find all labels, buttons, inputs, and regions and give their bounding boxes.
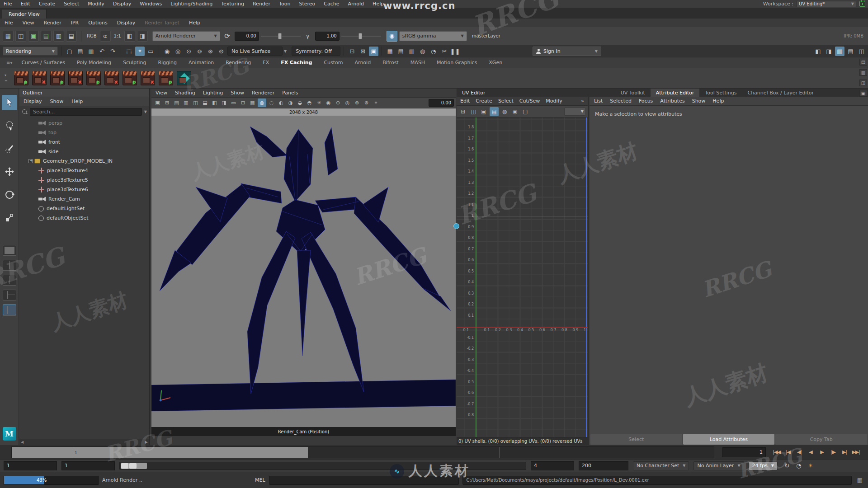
- attach-cache-icon[interactable]: p+: [159, 71, 173, 85]
- uv-snapshot-icon[interactable]: ▢: [521, 107, 530, 116]
- channel-box-toggle-icon[interactable]: ◫: [857, 47, 866, 56]
- uv-distortion-icon[interactable]: ◍: [500, 107, 509, 116]
- outliner-item[interactable]: place3dTexture5: [19, 175, 149, 185]
- shelf-tab[interactable]: Sculpting: [123, 60, 146, 66]
- menu-item[interactable]: Render: [44, 20, 61, 26]
- render-layer-label[interactable]: masterLayer: [471, 33, 502, 38]
- auto-key-icon[interactable]: ✶: [806, 461, 816, 471]
- shelf-tab[interactable]: Rendering: [226, 60, 251, 66]
- gate-mask-icon[interactable]: ◫: [191, 99, 200, 107]
- character-set-dropdown[interactable]: No Character Set▼: [633, 461, 689, 470]
- menu-item[interactable]: Panels: [282, 90, 298, 96]
- gamma-slider[interactable]: [341, 32, 381, 41]
- detach-cache-icon[interactable]: x✕: [141, 71, 155, 85]
- outliner-item[interactable]: Render_Cam: [19, 194, 149, 204]
- grid-icon[interactable]: ⊞: [163, 99, 171, 107]
- step-back-frame-button[interactable]: |◀: [783, 447, 793, 458]
- playback-start-field[interactable]: 1: [61, 461, 115, 470]
- show-sidebar-toggle-icon[interactable]: ▣: [859, 90, 867, 97]
- uv-canvas[interactable]: 1.81.71.61.51.41.31.21.110.90.80.70.60.5…: [457, 117, 588, 437]
- menu-set-dropdown[interactable]: Rendering ▼: [3, 47, 58, 56]
- menu-item[interactable]: Arnold: [348, 1, 364, 7]
- current-time-marker[interactable]: [73, 447, 73, 458]
- play-forwards-button[interactable]: ▶: [816, 447, 827, 458]
- script-editor-icon[interactable]: ▦: [855, 476, 864, 485]
- outliner-item[interactable]: defaultObjectSet: [19, 213, 149, 223]
- screen-space-ao-icon[interactable]: ◓: [305, 99, 314, 107]
- bookmarks-icon[interactable]: ⊡: [239, 99, 247, 107]
- display-rgb-icon[interactable]: ◧: [124, 31, 135, 42]
- shelf-tab[interactable]: Animation: [189, 60, 214, 66]
- exposure-slider[interactable]: [261, 32, 301, 41]
- action-button[interactable]: Load Attributes: [683, 434, 775, 445]
- exposure-field[interactable]: 0.00: [235, 32, 259, 41]
- ipr-render-icon[interactable]: ▤: [396, 47, 406, 56]
- outliner-item[interactable]: top: [19, 128, 149, 137]
- input-operations-icon[interactable]: ⊡: [347, 47, 357, 56]
- current-frame-field[interactable]: 1: [722, 447, 766, 457]
- menu-item[interactable]: Windows: [140, 1, 162, 7]
- menu-item[interactable]: Attributes: [660, 98, 684, 104]
- ipr-render-icon[interactable]: ▤: [41, 31, 52, 42]
- lasso-tool-icon[interactable]: [2, 118, 17, 133]
- new-scene-icon[interactable]: ▢: [65, 47, 74, 56]
- render-viewport-canvas[interactable]: [151, 116, 456, 427]
- menu-item[interactable]: Create: [39, 1, 56, 7]
- field-chart-icon[interactable]: ⬓: [201, 99, 209, 107]
- undo-icon[interactable]: ↶: [97, 47, 107, 56]
- action-button[interactable]: Select: [590, 434, 682, 445]
- menu-item[interactable]: Edit: [460, 98, 470, 104]
- safe-title-icon[interactable]: ◨: [220, 99, 228, 107]
- replace-cache-icon[interactable]: x✕: [104, 71, 119, 85]
- cache-playback-icon[interactable]: [177, 71, 191, 85]
- uv-editor-tab[interactable]: UV Editor: [457, 89, 491, 97]
- shelf-tab[interactable]: MASH: [410, 60, 425, 66]
- uv-isolate-icon[interactable]: ◫: [469, 107, 478, 116]
- render-icon[interactable]: ▦: [3, 31, 14, 42]
- make-live-icon[interactable]: ⊜: [217, 47, 226, 56]
- outliner-scrollbar[interactable]: ◀ ▶: [19, 439, 149, 445]
- layout-two-pane-icon[interactable]: [3, 275, 16, 286]
- xray-icon[interactable]: ⊚: [353, 99, 361, 107]
- uv-texture-borders-icon[interactable]: ▣: [479, 107, 488, 116]
- isolate-select-icon[interactable]: ◎: [343, 99, 352, 107]
- snap-projected-center-icon[interactable]: ⊚: [195, 47, 204, 56]
- outliner-item[interactable]: defaultLightSet: [19, 204, 149, 213]
- merge-cache-icon[interactable]: p+: [123, 71, 137, 85]
- snapshot-icon[interactable]: ▣: [28, 31, 39, 42]
- menu-item[interactable]: Display: [113, 1, 132, 7]
- chevron-down-icon[interactable]: ▼: [144, 110, 147, 114]
- keep-image-icon[interactable]: ▥: [53, 31, 64, 42]
- menu-item[interactable]: View: [22, 20, 34, 26]
- hypershade-toggle-icon[interactable]: ◨: [824, 47, 834, 56]
- shelf-tab[interactable]: Rigging: [158, 60, 177, 66]
- go-to-start-button[interactable]: |◀◀: [771, 447, 782, 458]
- camera-attributes-icon[interactable]: ▭: [229, 99, 238, 107]
- select-component-icon[interactable]: ▭: [146, 47, 156, 56]
- menu-item[interactable]: Stereo: [299, 1, 315, 7]
- menu-item[interactable]: Edit: [20, 1, 30, 7]
- select-tool-icon[interactable]: [2, 95, 17, 110]
- menu-item[interactable]: Modify: [88, 1, 104, 7]
- outliner-item[interactable]: place3dTexture6: [19, 185, 149, 194]
- shadows-icon[interactable]: ◒: [296, 99, 304, 107]
- depth-of-field-icon[interactable]: ⊙: [334, 99, 342, 107]
- dock-tab[interactable]: UV Toolkit: [615, 89, 651, 97]
- paint-select-tool-icon[interactable]: [2, 141, 17, 156]
- menu-item[interactable]: Select: [498, 98, 514, 104]
- uv-texture-dropdown[interactable]: ▼: [564, 108, 586, 116]
- menu-item[interactable]: Texturing: [221, 1, 244, 7]
- menu-item[interactable]: Display: [24, 99, 42, 104]
- layout-single-icon[interactable]: [3, 245, 16, 256]
- range-slider-handle[interactable]: [121, 463, 147, 469]
- move-tool-icon[interactable]: [2, 164, 17, 179]
- snap-view-plane-icon[interactable]: ⊛: [206, 47, 215, 56]
- menu-item[interactable]: Show: [231, 90, 244, 96]
- select-camera-icon[interactable]: ▣: [153, 99, 162, 107]
- snap-grid-icon[interactable]: ◉: [162, 47, 172, 56]
- shelf-options-icon[interactable]: ≡▾: [6, 60, 12, 65]
- anim-layer-dropdown[interactable]: No Anim Layer▼: [693, 461, 744, 470]
- multisample-icon[interactable]: ◉: [324, 99, 333, 107]
- chevron-down-icon[interactable]: ▼: [284, 49, 287, 53]
- menu-item[interactable]: Cache: [324, 1, 339, 7]
